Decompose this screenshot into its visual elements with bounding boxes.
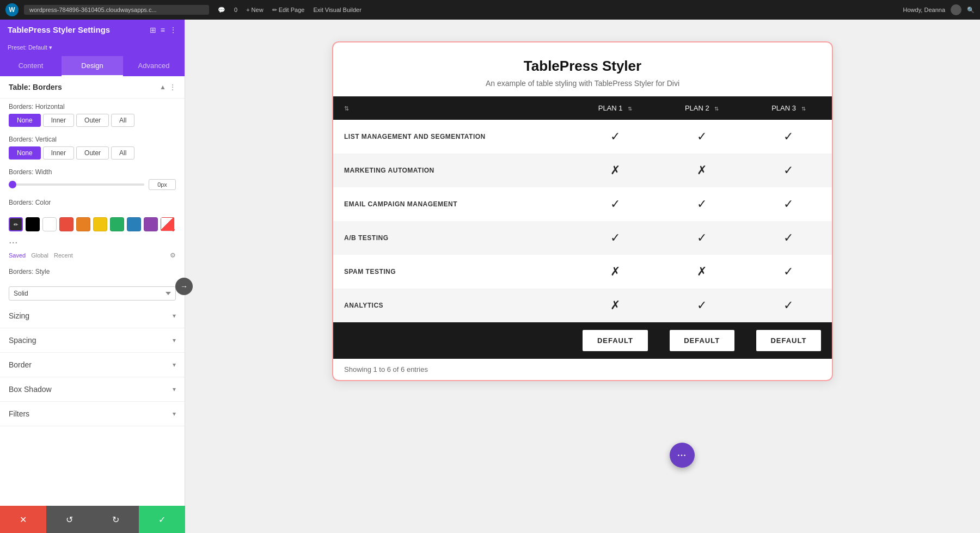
horizontal-inner-btn[interactable]: Inner: [43, 114, 74, 127]
table-card: TablePress Styler An example of table st…: [332, 41, 833, 381]
border-title: Border: [9, 360, 32, 369]
borders-vertical-label: Borders: Vertical: [9, 136, 176, 143]
color-settings-icon[interactable]: ⚙: [170, 252, 176, 259]
color-swatch-yellow[interactable]: [93, 217, 107, 231]
feature-name: A/B TESTING: [333, 221, 572, 255]
color-swatch-black[interactable]: [26, 217, 40, 231]
columns-icon[interactable]: ≡: [161, 26, 165, 34]
redo-button[interactable]: ↻: [93, 506, 139, 533]
slider-thumb[interactable]: [9, 181, 16, 188]
color-swatch-eraser[interactable]: [161, 217, 175, 231]
plan3-val: ✓: [745, 187, 832, 221]
box-shadow-title: Box Shadow: [9, 385, 52, 394]
color-tab-saved[interactable]: Saved: [9, 252, 26, 259]
new-button[interactable]: + New: [243, 5, 267, 15]
sort-icon-plan3[interactable]: ⇅: [801, 106, 806, 112]
spacing-section: Spacing ▾: [0, 328, 185, 353]
edit-page-button[interactable]: ✏ Edit Page: [269, 5, 308, 15]
borders-style-label: Borders: Style: [9, 268, 176, 275]
borders-width-label: Borders: Width: [9, 168, 176, 176]
vertical-none-btn[interactable]: None: [9, 146, 41, 160]
color-swatches: ✏: [0, 214, 185, 235]
color-tab-recent[interactable]: Recent: [54, 252, 73, 259]
color-swatch-red[interactable]: [59, 217, 74, 231]
feature-name: MARKETING AUTOMATION: [333, 154, 572, 187]
save-icon: ✓: [158, 514, 166, 525]
plan3-val: ✓: [745, 154, 832, 187]
user-avatar[interactable]: [951, 4, 961, 15]
spacing-header[interactable]: Spacing ▾: [0, 328, 185, 352]
section-title: Table: Borders: [9, 83, 62, 91]
color-swatch-purple[interactable]: [144, 217, 158, 231]
more-icon[interactable]: ⋮: [169, 26, 177, 34]
borders-horizontal-buttons: None Inner Outer All: [9, 114, 176, 127]
topbar-right: Howdy, Deanna 🔍: [903, 4, 975, 15]
borders-color-control: Borders: Color: [0, 194, 185, 214]
section-more-icon[interactable]: ⋮: [169, 83, 176, 91]
horizontal-outer-btn[interactable]: Outer: [76, 114, 109, 127]
plan3-default-btn[interactable]: DEFAULT: [756, 330, 821, 351]
color-tab-global[interactable]: Global: [31, 252, 48, 259]
table-row: LIST MANAGEMENT AND SEGMENTATION ✓ ✓ ✓: [333, 120, 832, 154]
sort-icon-plan2[interactable]: ⇅: [714, 106, 719, 112]
plan3-val: ✓: [745, 289, 832, 322]
color-swatch-green[interactable]: [110, 217, 124, 231]
plan1-val: ✗: [572, 289, 658, 322]
grid-icon[interactable]: ⊞: [150, 26, 156, 34]
horizontal-all-btn[interactable]: All: [111, 114, 134, 127]
plan1-val: ✗: [572, 255, 658, 289]
redo-icon: ↻: [112, 514, 119, 525]
table-row: EMAIL CAMPAIGN MANAGEMENT ✓ ✓ ✓: [333, 187, 832, 221]
plan2-cta-cell: DEFAULT: [659, 322, 745, 359]
plan1-val: ✗: [572, 154, 658, 187]
tab-content[interactable]: Content: [0, 56, 62, 76]
fab-button[interactable]: ●●●: [670, 443, 695, 468]
sort-icon-plan1[interactable]: ⇅: [628, 106, 632, 112]
slider-track[interactable]: [9, 183, 144, 186]
plan1-default-btn[interactable]: DEFAULT: [583, 330, 647, 351]
url-bar[interactable]: wordpress-784896-3610405.cloudwaysapps.c…: [24, 5, 209, 15]
borders-horizontal-control: Borders: Horizontal None Inner Outer All: [0, 99, 185, 131]
save-button[interactable]: ✓: [139, 506, 185, 533]
sidebar-tabs: Content Design Advanced: [0, 56, 185, 76]
color-swatch-white[interactable]: [42, 217, 57, 231]
vertical-outer-btn[interactable]: Outer: [76, 146, 109, 160]
preset-bar: Preset: Default ▾: [0, 40, 185, 56]
section-header-borders: Table: Borders ▲ ⋮: [0, 76, 185, 99]
exit-builder-button[interactable]: Exit Visual Builder: [310, 5, 364, 15]
plan1-val: ✓: [572, 187, 658, 221]
horizontal-none-btn[interactable]: None: [9, 114, 41, 127]
filters-header[interactable]: Filters ▾: [0, 402, 185, 426]
borders-width-slider-row: 0px: [9, 179, 176, 190]
cancel-icon: ✕: [20, 514, 27, 525]
tab-design[interactable]: Design: [62, 56, 123, 76]
plan2-val: ✓: [659, 187, 745, 221]
wp-icon[interactable]: W: [5, 3, 19, 16]
color-more-dots[interactable]: ···: [0, 235, 185, 249]
border-arrow: ▾: [173, 361, 176, 369]
undo-button[interactable]: ↺: [46, 506, 93, 533]
sizing-header[interactable]: Sizing ▾: [0, 304, 185, 328]
box-shadow-header[interactable]: Box Shadow ▾: [0, 377, 185, 401]
sidebar-header-icons: ⊞ ≡ ⋮: [150, 26, 177, 34]
plan2-val: ✗: [659, 255, 745, 289]
cancel-button[interactable]: ✕: [0, 506, 46, 533]
feature-name: LIST MANAGEMENT AND SEGMENTATION: [333, 120, 572, 154]
topbar-nav: 💬 0 + New ✏ Edit Page Exit Visual Builde…: [215, 5, 365, 15]
filters-section: Filters ▾: [0, 402, 185, 426]
sort-icon-feature[interactable]: ⇅: [344, 105, 349, 112]
color-swatch-blue[interactable]: [127, 217, 141, 231]
plan2-default-btn[interactable]: DEFAULT: [670, 330, 734, 351]
tab-advanced[interactable]: Advanced: [123, 56, 185, 76]
color-swatch-orange[interactable]: [76, 217, 90, 231]
border-header[interactable]: Border ▾: [0, 353, 185, 377]
preset-selector[interactable]: Preset: Default ▾: [8, 44, 52, 51]
plan2-val: ✓: [659, 289, 745, 322]
vertical-all-btn[interactable]: All: [111, 146, 134, 160]
borders-style-select[interactable]: Solid Dashed Dotted Double: [9, 286, 176, 301]
sidebar-footer: ✕ ↺ ↻ ✓: [0, 506, 185, 533]
search-icon[interactable]: 🔍: [967, 7, 975, 14]
collapse-icon[interactable]: ▲: [160, 83, 166, 91]
vertical-inner-btn[interactable]: Inner: [43, 146, 74, 160]
color-swatch-pencil[interactable]: ✏: [9, 217, 23, 231]
